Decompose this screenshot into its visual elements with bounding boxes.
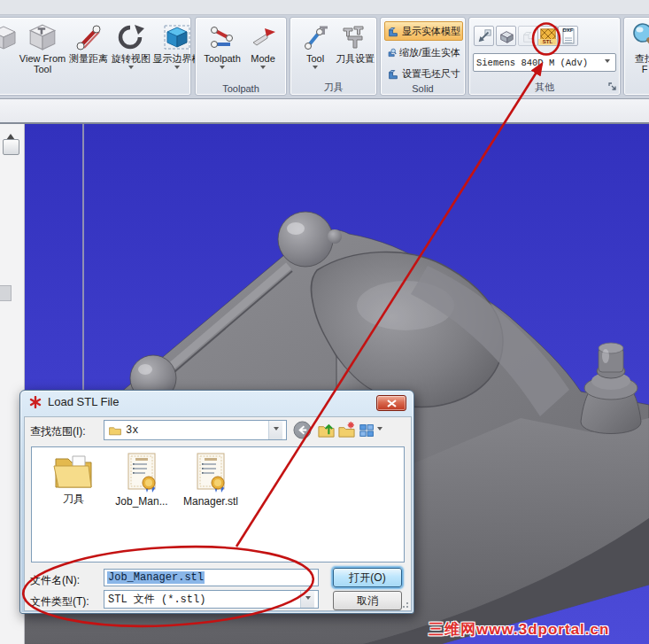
resize-grip[interactable] (401, 601, 408, 608)
group-label: Toolpath (196, 83, 286, 94)
model-edge-line (82, 124, 84, 400)
zoom-solid-icon (387, 46, 397, 59)
back-icon (293, 421, 312, 439)
machine-button[interactable] (496, 26, 516, 46)
scale-regen-solid-button[interactable]: 缩放/重生实体 (384, 43, 463, 62)
chevron-down-icon (313, 66, 318, 72)
scale-arrow-icon (476, 28, 492, 44)
up-folder-button[interactable] (316, 420, 336, 440)
list-item-folder[interactable]: 刀具 (44, 452, 103, 507)
button-label: 查找 (635, 53, 649, 64)
file-name: Job_Man... (115, 495, 167, 508)
file-name: 刀具 (63, 492, 84, 507)
scroll-thumb[interactable] (3, 139, 19, 155)
cube-3d-icon (27, 22, 58, 52)
scale-arrow-button[interactable] (474, 26, 494, 46)
mode-button[interactable]: Mode (245, 21, 281, 72)
file-type-value: STL 文件 (*.stl) (108, 592, 205, 607)
look-in-value: 3x (126, 424, 138, 437)
new-folder-button[interactable] (336, 420, 357, 440)
ribbon-lower-strip (0, 98, 649, 124)
button-label: View From (19, 53, 66, 64)
tool-icon (300, 23, 330, 51)
ribbon: View From Tool 测量距离 旋转视图 (0, 15, 649, 98)
group-label: Solid (381, 83, 465, 94)
up-folder-icon (317, 421, 336, 439)
chevron-down-icon (174, 66, 180, 72)
button-label: 缩放/重生实体 (399, 46, 460, 59)
file-name-input[interactable]: Job_Manager.stl (104, 569, 319, 586)
button-label: Toolpath (204, 53, 241, 64)
button-label: 设置毛坯尺寸 (402, 67, 460, 81)
tool-setup-icon (338, 23, 372, 51)
show-solid-model-toggle[interactable]: 显示实体模型 (384, 21, 463, 41)
rotate-icon (116, 23, 146, 51)
button-label: Mode (251, 53, 275, 64)
toggle-label: 显示实体模型 (402, 25, 460, 38)
solid-disabled-icon (521, 28, 537, 44)
set-stock-size-button[interactable]: 设置毛坯尺寸 (384, 64, 463, 83)
chevron-down-icon (274, 427, 279, 433)
cut-off-button[interactable] (0, 21, 15, 53)
close-icon (387, 400, 397, 407)
stl-certificate-icon (195, 452, 227, 493)
chevron-down-icon (220, 66, 225, 72)
rotate-view-button[interactable]: 旋转视图 (111, 21, 151, 72)
open-button[interactable]: 打开(O) (333, 568, 402, 587)
folder-icon (108, 424, 122, 437)
cancel-button[interactable]: 取消 (333, 591, 402, 610)
button-label: 测量距离 (69, 53, 108, 64)
look-in-combo[interactable]: 3x (104, 420, 287, 440)
post-processor-combo[interactable]: Siemens 840D M (Adv) (473, 53, 616, 72)
button-label: Tool (306, 53, 324, 64)
list-item-stl-file[interactable]: Manager.stl (175, 452, 246, 508)
splitter-handle[interactable] (0, 285, 12, 301)
chevron-down-icon (605, 59, 610, 66)
chevron-down-icon (377, 427, 382, 433)
back-button[interactable] (292, 420, 313, 440)
ribbon-group-other: STL DXF Siemens 840D M (Adv) 其他 (468, 17, 621, 96)
view-menu-button[interactable] (356, 420, 384, 440)
view-from-tool-button[interactable]: View From Tool (20, 21, 65, 74)
find-icon (630, 21, 649, 53)
solid-block-icon (387, 25, 399, 38)
ribbon-group-tool: Tool 刀具设置 刀具 (290, 17, 377, 96)
solid-disabled-button[interactable] (518, 26, 538, 46)
dxf-badge: DXF (559, 27, 577, 34)
cube-3d-icon (0, 23, 18, 51)
chevron-down-icon (128, 66, 134, 72)
folder-icon (53, 452, 94, 489)
app-asterisk-icon (29, 396, 42, 408)
measure-icon (73, 23, 104, 51)
post-processor-value: Siemens 840D M (Adv) (476, 58, 588, 68)
dialog-launcher-icon[interactable] (608, 82, 617, 93)
list-item-stl-file[interactable]: Job_Man... (110, 452, 174, 508)
ribbon-group-view: View From Tool 测量距离 旋转视图 (0, 17, 191, 96)
view-menu-icon (359, 422, 376, 439)
mode-icon (248, 23, 278, 51)
file-type-combo[interactable]: STL 文件 (*.stl) (104, 590, 319, 609)
tool-button[interactable]: Tool (297, 21, 333, 72)
group-label: 其他 (469, 81, 620, 94)
toolpath-button[interactable]: Toolpath (203, 21, 242, 72)
toolpath-icon (207, 23, 237, 51)
dialog-titlebar[interactable]: Load STL File (29, 395, 119, 408)
chevron-down-icon (305, 596, 311, 602)
tool-setup-button[interactable]: 刀具设置 (335, 21, 375, 64)
button-label: 旋转视图 (112, 53, 151, 64)
close-button[interactable] (376, 395, 406, 411)
watermark: 三维网www.3dportal.cn (429, 619, 609, 640)
load-dxf-button[interactable]: DXF (558, 26, 578, 46)
ribbon-group-solid: 显示实体模型 缩放/重生实体 设置毛坯尺寸 Solid (380, 17, 466, 96)
measure-distance-button[interactable]: 测量距离 (68, 21, 109, 64)
stl-certificate-icon (126, 452, 158, 493)
dialog-client-area: 查找范围(I): 3x (24, 416, 412, 611)
ribbon-group-toolpath: Toolpath Mode Toolpath (195, 17, 287, 96)
find-button[interactable]: 查找 F (628, 21, 649, 74)
file-list[interactable]: 刀具 Job_Man... (31, 446, 405, 563)
new-folder-icon (337, 421, 356, 439)
stl-badge: STL (538, 39, 557, 45)
load-stl-button[interactable]: STL (537, 26, 558, 46)
show-bounding-box-button[interactable]: 显示边界框 (153, 21, 201, 72)
solid-block-icon (387, 67, 399, 81)
